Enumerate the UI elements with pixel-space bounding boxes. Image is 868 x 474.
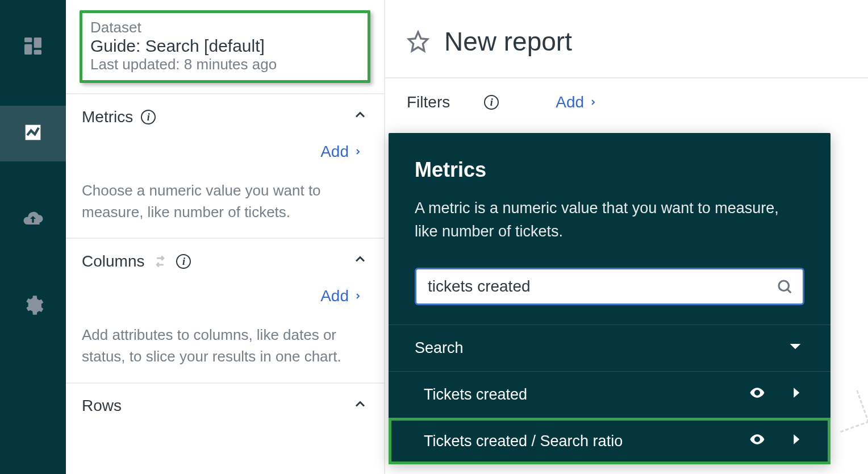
dataset-selector[interactable]: Dataset Guide: Search [default] Last upd… [80,10,370,83]
section-columns-hint: Add attributes to columns, like dates or… [82,305,368,367]
filters-label: Filters [407,93,450,111]
metric-result-label: Tickets created / Search ratio [424,433,623,450]
section-rows-title: Rows [82,397,122,415]
columns-add-label: Add [320,287,349,305]
metrics-add-label: Add [320,143,349,161]
report-title-row: New report [385,0,868,77]
swap-icon[interactable] [152,253,168,269]
sidenav-settings[interactable] [0,278,66,334]
metrics-popover-description: A metric is a numeric value that you wan… [415,197,804,243]
section-columns-header[interactable]: Columns i [82,251,368,271]
section-metrics-header[interactable]: Metrics i [82,107,368,127]
section-columns: Columns i Add Add attributes to columns,… [66,239,384,382]
metrics-search-wrap [415,268,804,305]
sidenav-reports[interactable] [0,106,66,161]
dashed-placeholder-decor [829,390,868,433]
chart-icon [22,121,44,146]
filters-add-link[interactable]: Add [556,93,598,111]
eye-icon[interactable] [749,384,766,405]
metrics-popover: Metrics A metric is a numeric value that… [389,133,831,464]
metric-result-label: Tickets created [424,386,527,404]
cloud-upload-icon [22,207,44,232]
chevron-right-icon [787,431,804,452]
dataset-name: Guide: Search [default] [90,36,360,56]
sidenav-upload[interactable] [0,192,66,248]
search-icon [776,278,793,295]
info-icon[interactable]: i [141,110,156,124]
svg-rect-0 [24,38,32,42]
dataset-updated: Last updated: 8 minutes ago [90,56,360,73]
svg-rect-1 [24,44,32,55]
filters-row: Filters i Add [385,78,868,128]
dashboard-icon [22,35,44,60]
filters-add-label: Add [556,93,584,111]
section-metrics-title: Metrics [82,108,133,126]
columns-add-link[interactable]: Add [320,287,362,305]
metric-result-tickets-created-search-ratio[interactable]: Tickets created / Search ratio [389,418,831,464]
info-icon[interactable]: i [176,254,191,269]
chevron-up-icon [352,396,368,416]
svg-marker-4 [408,32,427,51]
report-title[interactable]: New report [444,26,572,57]
section-rows: Rows [66,384,384,416]
section-metrics: Metrics i Add Choose a numeric value you… [66,94,384,238]
svg-rect-2 [34,38,41,48]
svg-point-5 [779,281,789,291]
metrics-search-input[interactable] [415,268,804,305]
svg-line-6 [788,290,791,293]
chevron-up-icon [352,251,368,271]
eye-icon[interactable] [749,431,766,452]
section-metrics-hint: Choose a numeric value you want to measu… [82,161,368,223]
sidenav-dashboard[interactable] [0,19,66,75]
metrics-category-search[interactable]: Search [389,325,831,371]
side-nav [0,0,66,474]
config-panel: Dataset Guide: Search [default] Last upd… [66,0,385,474]
favorite-star-button[interactable] [407,30,429,53]
gear-icon [22,294,44,319]
svg-point-7 [756,392,759,394]
svg-rect-3 [34,50,41,55]
info-icon[interactable]: i [484,95,499,110]
chevron-up-icon [352,107,368,127]
dataset-label: Dataset [90,19,360,36]
section-columns-title: Columns [82,252,144,271]
chevron-right-icon [787,384,804,405]
chevron-down-icon [786,337,804,359]
main-area: New report Filters i Add Metrics A metri… [385,0,868,474]
metrics-popover-heading: Metrics [415,158,804,182]
section-rows-header[interactable]: Rows [82,396,368,416]
metric-result-tickets-created[interactable]: Tickets created [389,371,831,418]
metrics-category-label: Search [415,339,464,357]
metrics-add-link[interactable]: Add [320,143,362,161]
svg-point-8 [756,438,759,441]
